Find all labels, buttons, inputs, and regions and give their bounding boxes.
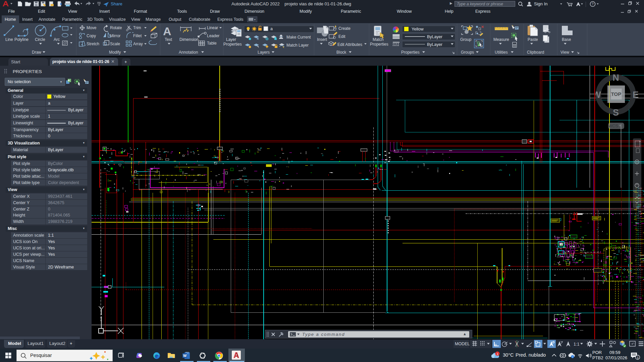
svg-text:Create: Create [338, 26, 351, 31]
svg-text:Sign In: Sign In [534, 1, 547, 6]
svg-text:Draw: Draw [32, 50, 41, 55]
svg-text:Mirror: Mirror [110, 34, 120, 38]
svg-text:Make Current: Make Current [286, 35, 311, 40]
svg-text:Properties: Properties [370, 42, 388, 47]
svg-text:Match: Match [373, 37, 384, 42]
svg-text:?: ? [592, 2, 594, 6]
svg-text:Utilities: Utilities [495, 50, 508, 55]
svg-text:Layers: Layers [258, 50, 270, 55]
svg-text:Array: Array [133, 42, 143, 46]
svg-text:A: A [163, 25, 171, 38]
svg-text:TOP: TOP [611, 91, 622, 97]
svg-text:Groups: Groups [461, 50, 474, 55]
svg-text:Paste: Paste [528, 37, 538, 42]
svg-text:Leader: Leader [207, 34, 219, 38]
svg-text:Block: Block [336, 50, 346, 55]
svg-text:View: View [560, 50, 569, 55]
svg-text:ByLayer: ByLayer [427, 35, 442, 39]
svg-text:i: i [572, 355, 573, 358]
svg-text:Polyline: Polyline [14, 37, 29, 42]
svg-text:W: W [183, 354, 187, 358]
svg-text:ByLayer: ByLayer [427, 42, 442, 47]
svg-text:Fillet: Fillet [133, 34, 142, 38]
svg-text:Measure: Measure [493, 37, 509, 42]
svg-text:Clipboard: Clipboard [527, 50, 544, 55]
svg-text:1: 1 [497, 352, 498, 356]
svg-text:Linear: Linear [207, 25, 218, 30]
svg-text:Stretch: Stretch [87, 42, 99, 46]
svg-text:Dimension: Dimension [179, 37, 199, 42]
svg-text:W: W [596, 90, 601, 100]
svg-text:Modify: Modify [109, 50, 121, 55]
svg-text:Match Layer: Match Layer [286, 43, 309, 48]
svg-text:Group: Group [460, 37, 472, 42]
svg-text:Properties: Properties [401, 50, 420, 55]
svg-text:Arc: Arc [54, 37, 60, 42]
svg-text:Layer: Layer [226, 37, 236, 42]
svg-text:1: 1 [637, 356, 639, 359]
svg-text:1:1: 1:1 [574, 342, 579, 347]
svg-text:a: a [270, 26, 273, 31]
svg-text:WCS: WCS [608, 123, 619, 128]
svg-text:Copy: Copy [87, 34, 96, 38]
svg-text:Insert: Insert [317, 37, 327, 42]
svg-text:Edit: Edit [338, 34, 345, 39]
svg-text:Move: Move [87, 25, 97, 30]
svg-text:N: N [612, 73, 619, 83]
svg-text:Annotation: Annotation [179, 50, 198, 55]
svg-text:Rotate: Rotate [110, 25, 122, 30]
svg-text:E: E [633, 90, 639, 100]
svg-text:Line: Line [5, 37, 13, 42]
svg-text:Yellow: Yellow [412, 27, 424, 32]
svg-text:Trim: Trim [133, 25, 141, 30]
svg-text:S: S [613, 108, 619, 118]
svg-text:Circle: Circle [35, 37, 45, 42]
svg-text:Scale: Scale [110, 42, 120, 46]
svg-text:Text: Text [165, 37, 172, 42]
svg-text:Base: Base [562, 37, 571, 42]
svg-text:Properties: Properties [223, 42, 242, 47]
svg-text:Table: Table [207, 41, 217, 46]
svg-text:Edit Attributes: Edit Attributes [337, 42, 362, 47]
